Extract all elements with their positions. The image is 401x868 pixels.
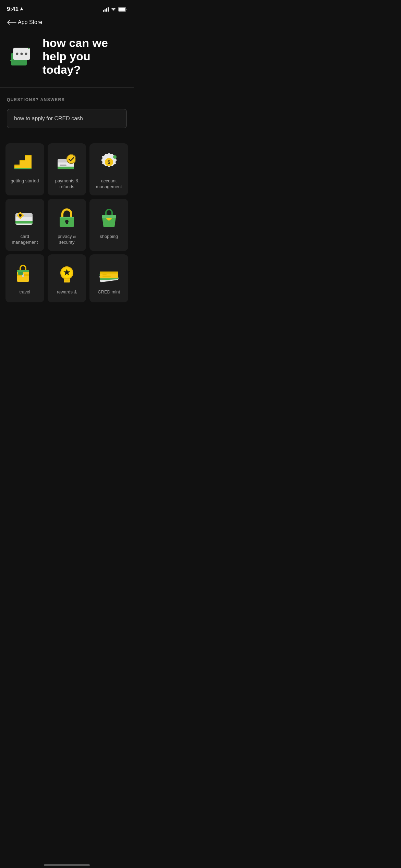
category-card-shopping[interactable]: shopping <box>89 199 128 251</box>
svg-rect-36 <box>66 221 68 224</box>
category-card-privacy-security[interactable]: privacy & security <box>48 199 86 251</box>
account-badge-icon: $ <box>97 150 121 174</box>
payment-check-icon <box>55 150 79 174</box>
svg-rect-1 <box>119 8 125 11</box>
svg-point-6 <box>25 52 27 55</box>
svg-rect-55 <box>102 274 107 275</box>
nav-bar: App Store <box>0 16 134 31</box>
svg-rect-48 <box>64 280 70 281</box>
status-icons <box>103 7 127 12</box>
category-card-account-management[interactable]: $ account management <box>89 143 128 195</box>
status-bar: 9:41 <box>0 0 134 16</box>
svg-point-24 <box>113 155 117 159</box>
svg-rect-54 <box>102 276 111 277</box>
category-label-travel: travel <box>19 289 30 295</box>
svg-rect-14 <box>25 155 32 156</box>
search-box[interactable]: how to apply for CRED cash <box>7 109 127 128</box>
category-card-travel[interactable]: travel <box>5 254 44 302</box>
svg-rect-30 <box>20 212 21 213</box>
category-label-card-management: card management <box>9 234 41 245</box>
hero-section: how can we help you today? <box>0 31 134 87</box>
category-label-shopping: shopping <box>100 234 118 240</box>
svg-rect-31 <box>20 217 21 219</box>
category-label-rewards: rewards & <box>57 289 77 295</box>
svg-rect-33 <box>22 215 24 216</box>
hero-title: how can we help you today? <box>42 36 125 76</box>
category-label-privacy-security: privacy & security <box>51 234 83 245</box>
app-store-label: App Store <box>18 19 42 25</box>
svg-point-20 <box>67 155 76 164</box>
svg-rect-43 <box>19 272 23 275</box>
category-card-payments-refunds[interactable]: payments & refunds <box>48 143 86 195</box>
category-label-account-management: account management <box>93 178 125 190</box>
category-card-getting-started[interactable]: getting started <box>5 143 44 195</box>
back-button[interactable] <box>7 20 16 25</box>
questions-section: QUESTIONS? ANSWERS how to apply for CRED… <box>0 88 134 135</box>
svg-point-8 <box>10 60 12 61</box>
steps-icon <box>13 150 37 174</box>
svg-rect-21 <box>58 167 74 169</box>
wifi-icon <box>111 7 116 11</box>
svg-rect-32 <box>17 215 18 216</box>
category-label-payments-refunds: payments & refunds <box>51 178 83 190</box>
svg-rect-47 <box>64 278 70 279</box>
search-placeholder-text: how to apply for CRED cash <box>14 116 83 121</box>
svg-point-4 <box>16 52 19 55</box>
category-card-card-management[interactable]: card management <box>5 199 44 251</box>
category-label-cred-mint: CRED mint <box>98 289 120 295</box>
categories-grid: getting started payments & refunds <box>0 135 134 311</box>
status-time: 9:41 <box>7 6 23 13</box>
category-card-rewards[interactable]: rewards & <box>48 254 86 302</box>
shopping-bag-icon <box>97 206 121 230</box>
svg-point-29 <box>19 214 22 217</box>
location-icon <box>20 7 23 11</box>
battery-icon <box>118 7 127 12</box>
svg-point-7 <box>28 48 29 49</box>
svg-text:$: $ <box>108 159 110 165</box>
svg-rect-27 <box>15 221 33 224</box>
travel-icon <box>13 261 37 285</box>
category-label-getting-started: getting started <box>11 178 39 184</box>
svg-rect-15 <box>14 168 32 169</box>
signal-bars-icon <box>103 7 109 12</box>
svg-rect-13 <box>25 155 32 169</box>
category-card-cred-mint[interactable]: CRED mint <box>89 254 128 302</box>
help-chat-icon <box>8 43 36 70</box>
rewards-icon <box>55 261 79 285</box>
svg-rect-18 <box>60 165 66 166</box>
section-label: QUESTIONS? ANSWERS <box>7 97 127 102</box>
svg-rect-53 <box>100 272 118 274</box>
svg-rect-37 <box>60 217 74 218</box>
svg-point-5 <box>21 52 23 55</box>
card-gear-icon <box>13 206 37 230</box>
cred-mint-icon <box>97 261 121 285</box>
back-arrow-icon <box>7 20 16 25</box>
lock-icon <box>55 206 79 230</box>
